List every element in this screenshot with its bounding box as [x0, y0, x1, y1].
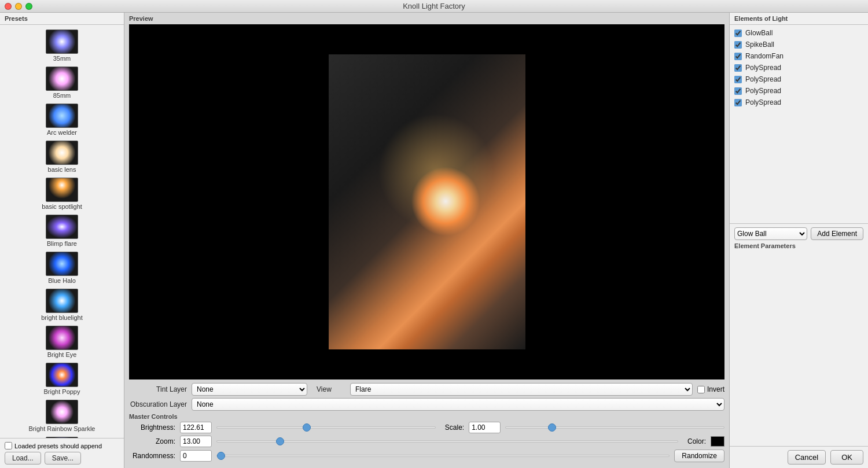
preview-header: Preview — [124, 13, 729, 24]
preset-label-2: Arc welder — [47, 129, 77, 136]
preset-thumb-5 — [46, 215, 78, 239]
brightness-slider-container — [216, 426, 436, 429]
controls-area: Tint Layer None View Flare Invert Obscur… — [124, 379, 729, 468]
element-name-5: PolySpread — [745, 87, 781, 95]
element-checkbox-6[interactable] — [734, 99, 742, 106]
preset-thumb-7 — [46, 289, 78, 313]
obscuration-select[interactable]: None — [192, 398, 724, 411]
maximize-button[interactable] — [25, 3, 32, 10]
element-type-select[interactable]: Glow Ball — [734, 227, 807, 240]
element-checkbox-5[interactable] — [734, 87, 742, 95]
scale-slider[interactable] — [505, 426, 724, 429]
preset-label-5: Blimp flare — [47, 240, 77, 247]
brightness-input[interactable] — [180, 422, 212, 433]
save-button[interactable]: Save... — [45, 452, 81, 465]
brightness-scale-row: Brightness: Scale: — [129, 422, 724, 433]
preview-area — [129, 24, 724, 379]
preset-item-4[interactable]: basic spotlight — [0, 175, 124, 212]
preset-thumb-1 — [46, 67, 78, 91]
preset-label-0: 35mm — [53, 55, 71, 62]
presets-header: Presets — [0, 13, 124, 25]
preset-label-3: basic lens — [48, 166, 76, 173]
preset-label-4: basic spotlight — [42, 203, 82, 210]
element-checkbox-0[interactable] — [734, 30, 742, 37]
preset-item-6[interactable]: Blue Halo — [0, 249, 124, 286]
preset-label-8: Bright Eye — [47, 351, 77, 358]
preset-label-10: Bright Rainbow Sparkle — [29, 425, 95, 432]
element-name-2: RandomFan — [745, 52, 784, 60]
scale-slider-container — [505, 426, 724, 429]
element-row-3: PolySpread — [734, 62, 863, 73]
element-name-6: PolySpread — [745, 98, 781, 106]
preset-item-2[interactable]: Arc welder — [0, 101, 124, 138]
preset-thumb-11 — [46, 437, 78, 438]
bottom-buttons: Cancel OK — [730, 446, 868, 468]
master-controls-header: Master Controls — [129, 413, 724, 420]
preset-item-9[interactable]: Bright Poppy — [0, 360, 124, 397]
add-element-button[interactable]: Add Element — [811, 227, 863, 240]
ok-button[interactable]: OK — [830, 450, 863, 465]
window-controls[interactable] — [5, 3, 32, 10]
color-swatch[interactable] — [711, 436, 724, 447]
elements-header: Elements of Light — [730, 13, 868, 25]
element-row-6: PolySpread — [734, 97, 863, 108]
preset-item-7[interactable]: bright bluelight — [0, 286, 124, 323]
element-row-4: PolySpread — [734, 73, 863, 85]
preset-item-0[interactable]: 35mm — [0, 27, 124, 64]
load-button[interactable]: Load... — [5, 452, 41, 465]
preset-item-8[interactable]: Bright Eye — [0, 323, 124, 360]
element-name-1: SpikeBall — [745, 40, 774, 49]
element-parameters-area — [730, 253, 868, 447]
preset-label-6: Blue Halo — [48, 277, 76, 284]
window-title: Knoll Light Factory — [403, 2, 465, 10]
zoom-color-row: Zoom: Color: — [129, 436, 724, 447]
preset-item-3[interactable]: basic lens — [0, 138, 124, 175]
append-checkbox-row: Loaded presets should append — [5, 442, 119, 449]
append-label: Loaded presets should append — [14, 443, 102, 449]
element-name-3: PolySpread — [745, 64, 781, 72]
cancel-button[interactable]: Cancel — [788, 450, 826, 465]
flare-center — [411, 167, 480, 236]
presets-panel: Presets 35mm85mmArc welderbasic lensbasi… — [0, 13, 124, 468]
tint-view-row: Tint Layer None View Flare Invert — [129, 383, 724, 396]
element-checkbox-3[interactable] — [734, 64, 742, 72]
tint-layer-label: Tint Layer — [129, 385, 187, 393]
preset-label-7: bright bluelight — [41, 314, 83, 321]
elements-list: GlowBallSpikeBallRandomFanPolySpreadPoly… — [730, 25, 868, 223]
view-select[interactable]: Flare — [350, 383, 693, 396]
presets-buttons: Load... Save... — [5, 452, 119, 465]
tint-layer-select[interactable]: None — [192, 383, 307, 396]
randomness-slider[interactable] — [216, 455, 670, 457]
randomize-button[interactable]: Randomize — [674, 449, 724, 462]
randomness-row: Randomness: Randomize — [129, 449, 724, 462]
element-name-4: PolySpread — [745, 75, 781, 83]
minimize-button[interactable] — [15, 3, 22, 10]
preset-label-9: Bright Poppy — [44, 388, 80, 395]
preset-item-1[interactable]: 85mm — [0, 64, 124, 101]
add-element-row: Glow Ball Add Element — [734, 227, 863, 240]
invert-row: Invert — [697, 385, 724, 393]
obscuration-row: Obscuration Layer None — [129, 398, 724, 411]
invert-checkbox[interactable] — [697, 386, 705, 393]
preset-label-1: 85mm — [53, 92, 71, 99]
zoom-slider-container — [216, 440, 678, 443]
brightness-slider[interactable] — [216, 426, 436, 429]
brightness-label: Brightness: — [129, 423, 175, 432]
scale-input[interactable] — [469, 422, 501, 433]
randomness-input[interactable] — [180, 450, 212, 462]
element-row-2: RandomFan — [734, 50, 863, 62]
element-checkbox-1[interactable] — [734, 41, 742, 49]
preset-thumb-4 — [46, 178, 78, 202]
element-row-1: SpikeBall — [734, 39, 863, 50]
center-panel: Preview Tint Layer None View Flare — [124, 13, 729, 468]
element-checkbox-4[interactable] — [734, 76, 742, 83]
append-checkbox[interactable] — [5, 442, 12, 449]
preset-item-10[interactable]: Bright Rainbow Sparkle — [0, 397, 124, 434]
preset-item-5[interactable]: Blimp flare — [0, 212, 124, 249]
zoom-input[interactable] — [180, 436, 212, 447]
close-button[interactable] — [5, 3, 12, 10]
element-checkbox-2[interactable] — [734, 53, 742, 60]
preset-thumb-2 — [46, 104, 78, 128]
zoom-slider[interactable] — [216, 440, 678, 443]
preset-thumb-6 — [46, 252, 78, 276]
